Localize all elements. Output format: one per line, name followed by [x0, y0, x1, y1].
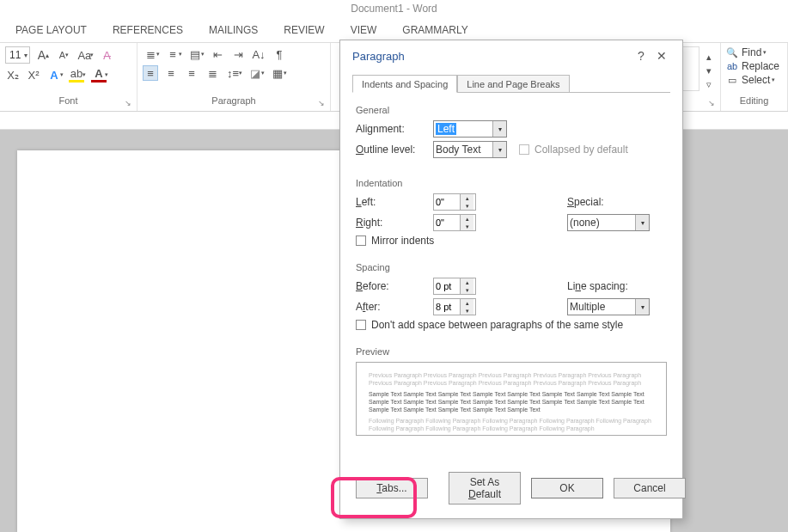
font-size-combo[interactable]: 11 ▾ — [5, 46, 30, 64]
subscript-icon[interactable]: X₂ — [5, 67, 21, 83]
paragraph-dialog: Paragraph ? ✕ Indents and Spacing Line a… — [339, 40, 683, 519]
mirror-indents-label: Mirror indents — [371, 235, 434, 247]
no-space-label: Don't add space between paragraphs of th… — [371, 319, 623, 331]
justify-icon[interactable]: ≣ — [205, 65, 220, 81]
alignment-select[interactable]: Left ▾ — [433, 120, 507, 138]
align-center-icon[interactable]: ≡ — [163, 65, 179, 81]
styles-down-icon[interactable]: ▾ — [703, 65, 715, 77]
set-default-button[interactable]: Set As Default — [449, 472, 521, 504]
replace-button[interactable]: ab Replace — [726, 60, 782, 72]
editing-group: 🔍 Find ▾ ab Replace ▭ Select ▾ Editing — [721, 43, 788, 111]
mirror-indents-checkbox[interactable]: Mirror indents — [356, 235, 667, 247]
special-select[interactable]: (none) ▾ — [567, 214, 650, 231]
checkbox-icon — [356, 235, 366, 246]
font-group-label: Font — [5, 95, 131, 109]
indent-left-spinner[interactable]: ▴▾ — [433, 193, 476, 211]
spin-up-icon[interactable]: ▴ — [461, 215, 473, 223]
checkbox-icon — [356, 320, 366, 330]
replace-label: Replace — [742, 60, 779, 72]
ribbon-tab-view[interactable]: VIEW — [351, 24, 377, 36]
ribbon-tab-mailings[interactable]: MAILINGS — [209, 24, 258, 36]
find-button[interactable]: 🔍 Find ▾ — [726, 46, 782, 58]
align-right-icon[interactable]: ≡ — [184, 65, 199, 81]
after-value[interactable] — [434, 299, 460, 315]
find-icon: 🔍 — [726, 46, 738, 58]
numbering-button[interactable]: ≡▾ — [165, 46, 182, 62]
select-button[interactable]: ▭ Select ▾ — [726, 74, 782, 86]
select-label: Select — [742, 74, 770, 86]
replace-icon: ab — [726, 60, 738, 72]
outline-label: Outline level: — [356, 144, 425, 156]
text-effects-button[interactable]: A▾ — [46, 67, 64, 83]
paragraph-group: ≣▾ ≡▾ ▤▾ ⇤ ⇥ A↓ ¶ ≡ ≡ ≡ ≣ ↕≡▾ ◪▾ ▦▾ Para… — [137, 43, 331, 111]
spin-down-icon[interactable]: ▾ — [461, 202, 473, 210]
align-left-icon[interactable]: ≡ — [143, 65, 158, 81]
spin-down-icon[interactable]: ▾ — [461, 223, 473, 230]
increase-indent-icon[interactable]: ⇥ — [230, 46, 246, 62]
indent-left-value[interactable] — [434, 194, 460, 210]
bullets-button[interactable]: ≣▾ — [143, 46, 160, 62]
spin-up-icon[interactable]: ▴ — [461, 194, 473, 202]
clear-formatting-icon[interactable]: A̶ — [99, 47, 114, 63]
before-spinner[interactable]: ▴▾ — [433, 278, 476, 295]
ribbon-tab-references[interactable]: REFERENCES — [113, 24, 183, 36]
font-dialog-launcher-icon[interactable]: ↘ — [125, 99, 135, 109]
general-heading: General — [356, 105, 667, 115]
before-label: Before: — [356, 280, 425, 292]
shrink-font-icon[interactable]: A▾ — [56, 47, 71, 63]
tab-line-page-breaks[interactable]: Line and Page Breaks — [457, 75, 569, 93]
styles-more-icon[interactable]: ▿ — [703, 79, 715, 91]
show-marks-icon[interactable]: ¶ — [272, 46, 287, 62]
font-color-button[interactable]: A▾ — [91, 67, 108, 83]
chevron-down-icon: ▾ — [635, 299, 649, 315]
dialog-body: General Alignment: Left ▾ Outline level:… — [340, 93, 682, 462]
styles-up-icon[interactable]: ▴ — [703, 52, 715, 64]
borders-button[interactable]: ▦▾ — [270, 65, 287, 81]
font-size-value: 11 — [9, 49, 21, 61]
paragraph-dialog-launcher-icon[interactable]: ↘ — [318, 99, 328, 109]
multilevel-button[interactable]: ▤▾ — [187, 46, 205, 62]
dialog-tabs: Indents and Spacing Line and Page Breaks — [340, 71, 682, 92]
editing-group-label: Editing — [726, 95, 782, 109]
before-value[interactable] — [434, 278, 460, 294]
line-spacing-select[interactable]: Multiple ▾ — [567, 298, 650, 315]
grow-font-icon[interactable]: A▴ — [35, 47, 51, 63]
indent-right-spinner[interactable]: ▴▾ — [433, 214, 476, 231]
indentation-heading: Indentation — [356, 178, 667, 188]
dialog-title-bar[interactable]: Paragraph ? ✕ — [340, 40, 682, 71]
styles-dialog-launcher-icon[interactable]: ↘ — [708, 99, 718, 109]
indent-right-value[interactable] — [434, 215, 460, 230]
superscript-icon[interactable]: X² — [26, 67, 41, 83]
select-icon: ▭ — [726, 74, 738, 86]
preview-following-text: Following Paragraph Following Paragraph … — [369, 417, 654, 432]
cancel-button[interactable]: Cancel — [614, 478, 686, 498]
spin-up-icon[interactable]: ▴ — [461, 299, 473, 307]
no-space-same-style-checkbox[interactable]: Don't add space between paragraphs of th… — [356, 319, 667, 331]
after-spinner[interactable]: ▴▾ — [433, 298, 476, 315]
spin-down-icon[interactable]: ▾ — [461, 286, 473, 294]
ribbon-tab-page-layout[interactable]: PAGE LAYOUT — [15, 24, 87, 36]
app-title: Document1 - Word — [351, 3, 437, 15]
highlight-button[interactable]: ab▾ — [69, 67, 86, 83]
ok-button[interactable]: OK — [531, 478, 603, 498]
sort-button[interactable]: A↓ — [251, 46, 266, 62]
spin-down-icon[interactable]: ▾ — [461, 307, 473, 315]
ribbon-tab-grammarly[interactable]: GRAMMARLY — [402, 24, 467, 36]
font-group: 11 ▾ A▴ A▾ Aa▾ A̶ X₂ X² A▾ ab▾ A▾ Font ↘ — [0, 43, 137, 111]
tabs-button[interactable]: Tabs... — [356, 478, 428, 498]
preview-heading: Preview — [356, 346, 667, 357]
dialog-title: Paragraph — [352, 50, 405, 63]
close-icon[interactable]: ✕ — [651, 49, 672, 63]
tab-indents-spacing[interactable]: Indents and Spacing — [352, 75, 457, 93]
spin-up-icon[interactable]: ▴ — [461, 278, 473, 286]
ribbon-tab-review[interactable]: REVIEW — [284, 24, 324, 36]
help-icon[interactable]: ? — [631, 49, 651, 63]
line-spacing-button[interactable]: ↕≡▾ — [225, 65, 242, 81]
change-case-button[interactable]: Aa▾ — [76, 47, 94, 63]
collapsed-label: Collapsed by default — [534, 144, 628, 156]
shading-button[interactable]: ◪▾ — [247, 65, 265, 81]
outline-select[interactable]: Body Text ▾ — [433, 141, 507, 158]
paragraph-group-label: Paragraph — [143, 95, 325, 109]
decrease-indent-icon[interactable]: ⇤ — [210, 46, 225, 62]
dialog-button-row: Tabs... Set As Default OK Cancel — [340, 462, 682, 518]
